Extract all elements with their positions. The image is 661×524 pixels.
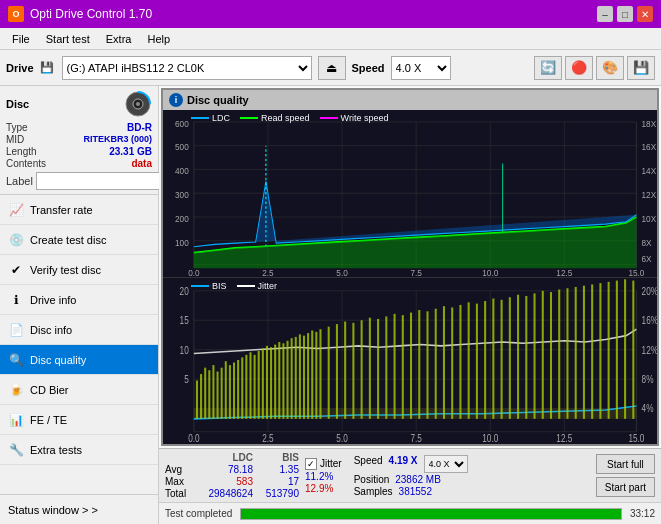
- svg-rect-94: [287, 340, 289, 418]
- speed-select[interactable]: 4.0 X: [424, 455, 468, 473]
- svg-text:8%: 8%: [642, 374, 654, 385]
- svg-rect-99: [307, 333, 309, 419]
- minimize-button[interactable]: –: [597, 6, 613, 22]
- maximize-button[interactable]: □: [617, 6, 633, 22]
- drive-label: Drive: [6, 62, 34, 74]
- svg-text:15: 15: [180, 315, 189, 326]
- verify-test-disc-icon: ✔: [8, 262, 24, 278]
- svg-rect-88: [262, 348, 264, 418]
- menubar: File Start test Extra Help: [0, 28, 661, 50]
- position-value: 23862 MB: [395, 474, 441, 485]
- avg-label: Avg: [165, 464, 195, 475]
- svg-rect-134: [583, 285, 585, 418]
- refresh-button[interactable]: 🔄: [534, 56, 562, 80]
- svg-rect-130: [550, 292, 552, 419]
- svg-rect-80: [229, 365, 231, 419]
- content-area: i Disc quality LDC Read speed: [159, 86, 661, 524]
- progress-bar-fill: [241, 509, 621, 519]
- svg-rect-115: [426, 311, 428, 419]
- svg-text:15.0: 15.0: [628, 433, 644, 444]
- svg-rect-133: [575, 286, 577, 418]
- disc-contents-row: Contents data: [6, 158, 152, 169]
- status-window-link[interactable]: Status window > >: [0, 494, 158, 524]
- nav-transfer-rate[interactable]: 📈 Transfer rate: [0, 195, 158, 225]
- col-bis: BIS: [259, 452, 299, 463]
- start-full-button[interactable]: Start full: [596, 454, 655, 474]
- eject-button[interactable]: ⏏: [318, 56, 346, 80]
- bis-legend-color: [191, 285, 209, 287]
- close-button[interactable]: ✕: [637, 6, 653, 22]
- svg-text:12.5: 12.5: [556, 433, 572, 444]
- nav-disc-info[interactable]: 📄 Disc info: [0, 315, 158, 345]
- svg-rect-111: [394, 313, 396, 418]
- svg-rect-93: [282, 343, 284, 419]
- svg-rect-74: [204, 367, 206, 418]
- disc-quality-icon: 🔍: [8, 352, 24, 368]
- bottom-chart-svg: 20 15 10 5 20% 16% 12% 8% 4% 0.0 2.5 5.0: [163, 278, 657, 445]
- nav-items: 📈 Transfer rate 💿 Create test disc ✔ Ver…: [0, 195, 158, 494]
- total-ldc: 29848624: [201, 488, 253, 499]
- nav-extra-tests[interactable]: 🔧 Extra tests: [0, 435, 158, 465]
- nav-verify-test-disc[interactable]: ✔ Verify test disc: [0, 255, 158, 285]
- svg-text:400: 400: [175, 166, 189, 177]
- stats-header: LDC BIS: [165, 452, 299, 463]
- avg-row: Avg 78.18 1.35: [165, 464, 299, 475]
- speed-select[interactable]: 4.0 X 8.0 X: [391, 56, 451, 80]
- svg-text:0.0: 0.0: [188, 433, 199, 444]
- svg-rect-125: [509, 297, 511, 419]
- svg-rect-83: [241, 357, 243, 418]
- start-part-button[interactable]: Start part: [596, 477, 655, 497]
- menu-extra[interactable]: Extra: [98, 31, 140, 47]
- svg-rect-98: [303, 335, 305, 418]
- svg-text:16X: 16X: [642, 142, 657, 153]
- nav-disc-quality[interactable]: 🔍 Disc quality: [0, 345, 158, 375]
- svg-rect-85: [249, 352, 251, 419]
- nav-fe-te[interactable]: 📊 FE / TE: [0, 405, 158, 435]
- statusbar: Test completed 33:12: [159, 502, 661, 524]
- svg-text:2.5: 2.5: [262, 433, 273, 444]
- nav-create-test-disc[interactable]: 💿 Create test disc: [0, 225, 158, 255]
- titlebar-title: Opti Drive Control 1.70: [30, 7, 152, 21]
- total-bis: 513790: [259, 488, 299, 499]
- svg-rect-106: [352, 322, 354, 418]
- svg-text:15.0: 15.0: [628, 268, 644, 277]
- svg-rect-138: [616, 280, 618, 418]
- svg-text:10X: 10X: [642, 213, 657, 224]
- drive-select[interactable]: (G:) ATAPI iHBS112 2 CL0K: [62, 56, 312, 80]
- fe-te-icon: 📊: [8, 412, 24, 428]
- samples-row: Samples 381552: [354, 486, 468, 497]
- save-button[interactable]: 💾: [627, 56, 655, 80]
- write-legend-color: [320, 117, 338, 119]
- svg-rect-109: [377, 318, 379, 418]
- jitter-checkbox[interactable]: ✓: [305, 458, 317, 470]
- svg-text:0.0: 0.0: [188, 268, 199, 277]
- svg-rect-107: [361, 320, 363, 419]
- svg-rect-128: [534, 293, 536, 419]
- palette-button[interactable]: 🎨: [596, 56, 624, 80]
- svg-rect-86: [254, 354, 256, 418]
- dq-panel: i Disc quality LDC Read speed: [161, 88, 659, 446]
- jitter-avg: 11.2%: [305, 471, 333, 482]
- menu-help[interactable]: Help: [139, 31, 178, 47]
- svg-text:7.5: 7.5: [410, 268, 421, 277]
- nav-cd-bier[interactable]: 🍺 CD Bier: [0, 375, 158, 405]
- svg-text:10.0: 10.0: [482, 268, 498, 277]
- nav-drive-info[interactable]: ℹ Drive info: [0, 285, 158, 315]
- svg-text:4%: 4%: [642, 403, 654, 414]
- svg-text:20%: 20%: [642, 285, 657, 296]
- jitter-legend-color: [237, 285, 255, 287]
- app-icon: O: [8, 6, 24, 22]
- menu-start-test[interactable]: Start test: [38, 31, 98, 47]
- speed-label: Speed: [354, 455, 383, 473]
- svg-text:300: 300: [175, 189, 189, 200]
- svg-text:12%: 12%: [642, 344, 657, 355]
- svg-rect-90: [270, 347, 272, 419]
- disc-label-input[interactable]: [36, 172, 169, 190]
- menu-file[interactable]: File: [4, 31, 38, 47]
- svg-rect-105: [344, 321, 346, 418]
- create-test-disc-icon: 💿: [8, 232, 24, 248]
- col-ldc: LDC: [201, 452, 253, 463]
- burn-button[interactable]: 🔴: [565, 56, 593, 80]
- svg-text:200: 200: [175, 213, 189, 224]
- drive-icon: 💾: [40, 61, 54, 74]
